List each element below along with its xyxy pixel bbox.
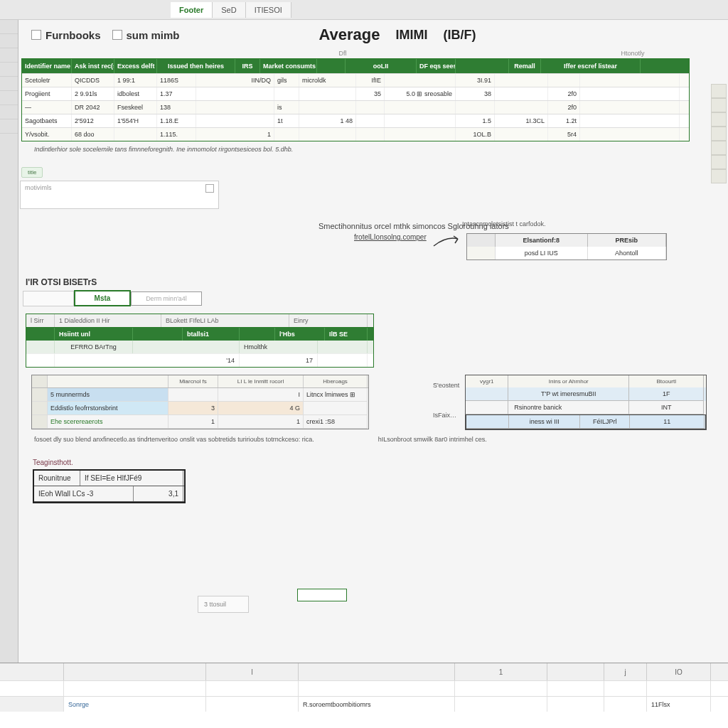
- checkbox-summimb[interactable]: [112, 30, 122, 40]
- col-ask[interactable]: Ask inst rec(stat): [72, 59, 114, 73]
- col-df[interactable]: DF eqs seess: [417, 59, 456, 73]
- soft-r0-3[interactable]: Litncx lminwes ⊞: [304, 388, 368, 402]
- blue-h1[interactable]: Inins or Ahmhor: [508, 375, 629, 387]
- col-issued[interactable]: Issued then heires: [157, 59, 235, 73]
- soft-h1[interactable]: Miarcnol fs: [168, 375, 218, 387]
- col-irs[interactable]: IRS: [235, 59, 260, 73]
- secondary-header: Dfl Htonotly: [20, 48, 728, 58]
- blue-h0[interactable]: vygr1: [466, 375, 508, 387]
- mini-r2[interactable]: Ahontoll: [588, 247, 666, 259]
- mini-table: Elsantionf:8 PREsib posd LI IUS Ahontoll: [466, 233, 667, 260]
- callout-area: Intascnmcletsistist t carfodok. frotelLI…: [354, 233, 728, 260]
- ft-r2-1[interactable]: 3,1: [134, 486, 183, 501]
- bg-h2[interactable]: l: [206, 663, 299, 680]
- soft-r2-0[interactable]: Ehe scerereaerots: [48, 415, 168, 429]
- soft-r2-2[interactable]: 1: [218, 415, 304, 429]
- input-icon-cell[interactable]: [23, 291, 74, 306]
- mini-h1[interactable]: Elsantionf:8: [496, 234, 588, 247]
- col-oolii[interactable]: ooLII: [346, 59, 417, 73]
- top-tabs: Footer SeD ITIESOI: [0, 0, 728, 20]
- checkbox-furnbooks[interactable]: [31, 30, 41, 40]
- title-bar: Furnbooks sum mimb Average IMIMI (IB/F): [20, 20, 728, 48]
- blue-r1-1[interactable]: INT: [629, 401, 704, 414]
- gs-3[interactable]: btallsi1: [183, 328, 240, 341]
- tab-sed[interactable]: SeD: [213, 2, 245, 18]
- caption-left: fosoet dly suo blend anxfinecetlo.as tin…: [34, 436, 314, 443]
- search-input-a[interactable]: motivimls: [20, 181, 219, 209]
- blue-r0-1[interactable]: 1F: [629, 387, 704, 401]
- col-remall[interactable]: Remall: [509, 59, 541, 73]
- subhdr-b: Htonotly: [537, 50, 728, 57]
- bg-h7[interactable]: IO: [647, 663, 711, 680]
- table-row[interactable]: Progiient 2 9.91ls idbolest 1.37 35 5.0 …: [22, 87, 689, 100]
- col-market[interactable]: Market consumts: [260, 59, 317, 73]
- bg-cell-last[interactable]: 11Flsx: [647, 697, 711, 712]
- col-identifier[interactable]: Identifier name: [22, 59, 72, 73]
- gr-3[interactable]: '14: [55, 354, 240, 367]
- mini-r1[interactable]: posd LI IUS: [496, 247, 588, 259]
- col-iffer[interactable]: Iffer escref listear: [541, 59, 641, 73]
- soft-table: Miarcnol fs LI L le Inmitt rocorl Hberoa…: [31, 375, 369, 429]
- soft-r2-1[interactable]: 1: [168, 415, 218, 429]
- main-table-header: Identifier name Ask inst rec(stat) Exces…: [22, 59, 689, 73]
- gs-5[interactable]: l'Hbs: [275, 328, 325, 341]
- callout-link[interactable]: frotelLIonsolng.comper: [354, 233, 427, 241]
- table-row[interactable]: Y/vsobit. 68 doo 1.115. 1 1OL.B 5r4: [22, 127, 689, 141]
- ft-r2-0[interactable]: IEoh Wlall LCs -3: [34, 486, 134, 501]
- col-excess[interactable]: Excess delft: [114, 59, 157, 73]
- bg-h4[interactable]: 1: [455, 663, 547, 680]
- right-gutter: [711, 84, 727, 183]
- table-row[interactable]: Sagotbaets 2'5912 1'554'H 1.18.E 1t 1 48…: [22, 114, 689, 127]
- table-caption: Indintlerhior sole socelemile tans fimnn…: [34, 146, 728, 153]
- blue-r2-2[interactable]: 11: [630, 415, 705, 429]
- soft-r0-2[interactable]: I: [218, 388, 304, 402]
- ft-r1-1[interactable]: If SEI=Ee HIfJFé9: [80, 471, 183, 486]
- main-canvas: Furnbooks sum mimb Average IMIMI (IB/F) …: [0, 20, 728, 728]
- gr-5[interactable]: 17: [240, 354, 318, 367]
- soft-r2-3[interactable]: crexi1 :S8: [304, 415, 368, 429]
- soft-r1-0[interactable]: Eddistlo feofrrstonsbrint: [48, 402, 168, 415]
- input-selected[interactable]: Msta: [74, 290, 131, 306]
- tab-footer[interactable]: Footer: [171, 2, 213, 18]
- ft-r1-0[interactable]: Rounitnue: [34, 471, 80, 486]
- soft-r1-1[interactable]: 3: [168, 402, 218, 415]
- bg-corner[interactable]: [0, 663, 64, 680]
- side-labels: S'eostent IsFaix…: [433, 375, 459, 430]
- bg-cell-desc[interactable]: R.soroemtboombitiomrs: [299, 697, 455, 712]
- label-furnbooks: Furnbooks: [46, 29, 101, 41]
- tag-pill[interactable]: title: [21, 167, 43, 178]
- blue-r1-0[interactable]: Rsinontre banick: [508, 401, 629, 414]
- blue-r2-1[interactable]: FéILJPrl: [580, 415, 630, 429]
- side-pill[interactable]: 3 ttosuil: [198, 596, 249, 613]
- gh-1: 1 Dialeddion II Hir: [55, 314, 161, 327]
- row-indicators: [0, 20, 18, 728]
- gh-2: BLokett FIfeLI LAb: [161, 314, 289, 327]
- soft-h2[interactable]: LI L le Inmitt rocorl: [218, 375, 304, 387]
- gs-6[interactable]: IlB SE: [325, 328, 368, 341]
- arrow-icon: [432, 233, 461, 250]
- table-row[interactable]: Scetoletr QICDDS 1 99:1 1186S IIN/DQ gil…: [22, 73, 689, 87]
- blue-table: vygr1 Inins or Ahmhor Btoourtl T'P wt im…: [465, 375, 707, 430]
- gs-0[interactable]: Hsiintt unl: [55, 328, 133, 341]
- blue-h2[interactable]: Btoourtl: [629, 375, 704, 387]
- page-title: Average: [319, 26, 380, 44]
- label-summimb: sum mimb: [127, 29, 180, 41]
- bg-h6[interactable]: j: [604, 663, 647, 680]
- green-cursor-box[interactable]: [297, 589, 347, 601]
- caption-right: hILsonbroot smwilk 8ar0 intrimhel ces.: [378, 436, 487, 443]
- table-row[interactable]: — DR 2042 Fseskeel 138 is 2f0: [22, 100, 689, 114]
- blue-r0-0[interactable]: T'P wt imeresmuBII: [508, 387, 629, 401]
- gl-5[interactable]: Hmolthk: [240, 341, 318, 353]
- bg-cell-source[interactable]: Sonrge: [64, 697, 206, 712]
- side-label-b: IsFaix…: [433, 409, 459, 422]
- blue-r2-0[interactable]: iness wi III: [509, 415, 580, 429]
- tab-itiesoi[interactable]: ITIESOI: [246, 2, 291, 18]
- subhdr-a: Dfl: [247, 50, 438, 57]
- mini-h2[interactable]: PREsib: [588, 234, 666, 247]
- input-muted[interactable]: Derm minn'a4l: [131, 291, 202, 306]
- soft-r0-0[interactable]: 5 munnermds: [48, 388, 168, 402]
- gl-1[interactable]: EFRRO BArTng: [55, 341, 133, 353]
- soft-h3[interactable]: Hberoags: [304, 375, 368, 387]
- input-strip: Msta Derm minn'a4l: [23, 290, 728, 306]
- soft-r1-2[interactable]: 4 G: [218, 402, 304, 415]
